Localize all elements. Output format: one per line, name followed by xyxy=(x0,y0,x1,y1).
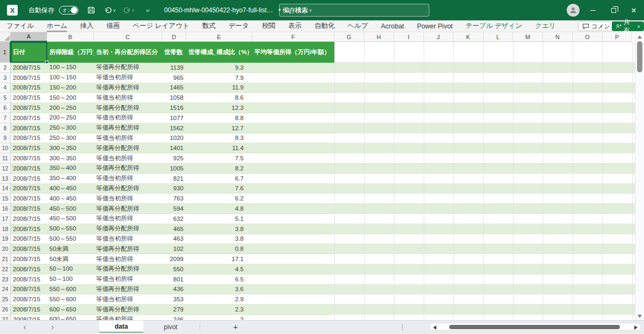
cell-B18[interactable]: 500～550 xyxy=(47,224,94,234)
row-header-5[interactable]: 5 xyxy=(0,93,11,103)
row-header-20[interactable]: 20 xyxy=(0,244,11,254)
cell-E8[interactable]: 12.7 xyxy=(186,123,252,133)
cell-D26[interactable]: 279 xyxy=(162,305,186,315)
cell-A17[interactable]: 2008/7/15 xyxy=(11,214,47,224)
cell-F15[interactable] xyxy=(252,194,334,204)
cell-F27[interactable] xyxy=(252,315,334,320)
ribbon-tab-4[interactable]: 描画 xyxy=(100,20,126,32)
cell-B19[interactable]: 500～550 xyxy=(47,234,94,244)
column-header-I[interactable]: I xyxy=(394,32,424,42)
table-header-cell-C1[interactable]: 当初・再分配所得区分 xyxy=(94,42,162,63)
cell-E9[interactable]: 8.3 xyxy=(186,133,252,144)
share-button[interactable]: 共有 ∨ xyxy=(612,21,644,31)
cell-F26[interactable] xyxy=(252,305,334,315)
column-header-L[interactable]: L xyxy=(484,32,514,42)
cell-D12[interactable]: 1005 xyxy=(162,164,186,174)
cell-F23[interactable] xyxy=(252,274,334,285)
cell-E6[interactable]: 12.3 xyxy=(186,103,252,113)
redo-button[interactable]: ∨ xyxy=(123,4,135,16)
cell-F17[interactable] xyxy=(252,214,334,224)
column-header-A[interactable]: A xyxy=(11,32,47,42)
cell-F14[interactable] xyxy=(252,184,334,194)
empty-cells[interactable] xyxy=(334,63,635,320)
cell-E26[interactable]: 2.3 xyxy=(186,305,252,315)
cell-A21[interactable]: 2008/7/15 xyxy=(11,254,47,264)
ribbon-tab-3[interactable]: 挿入 xyxy=(74,20,100,32)
cell-D7[interactable]: 1077 xyxy=(162,113,186,123)
row-header-10[interactable]: 10 xyxy=(0,143,11,153)
next-sheet-button[interactable]: › xyxy=(47,321,58,333)
table-header-cell-A1[interactable]: 日付 xyxy=(11,42,47,63)
column-header-E[interactable]: E xyxy=(186,32,252,42)
cell-D23[interactable]: 801 xyxy=(162,274,186,285)
cell-C19[interactable]: 等価当初所得 xyxy=(94,234,162,244)
cell-B5[interactable]: 150～200 xyxy=(47,93,94,103)
add-sheet-button[interactable]: + xyxy=(230,321,241,333)
column-header-C[interactable]: C xyxy=(94,32,162,42)
cell-F16[interactable] xyxy=(252,204,334,214)
cell-D21[interactable]: 2099 xyxy=(162,254,186,264)
vertical-scroll-thumb[interactable] xyxy=(637,41,642,72)
cell-B25[interactable]: 550～600 xyxy=(47,294,94,305)
cell-B22[interactable]: 50～100 xyxy=(47,264,94,274)
cell-C26[interactable]: 等価再分配所得 xyxy=(94,305,162,315)
cell-D19[interactable]: 463 xyxy=(162,234,186,244)
row-header-4[interactable]: 4 xyxy=(0,83,11,93)
ribbon-tab-10[interactable]: 自動化 xyxy=(308,20,341,32)
cell-F12[interactable] xyxy=(252,164,334,174)
cell-B8[interactable]: 250～300 xyxy=(47,123,94,133)
cell-E20[interactable]: 0.8 xyxy=(186,244,252,254)
cell-C24[interactable]: 等価再分配所得 xyxy=(94,285,162,295)
row-header-23[interactable]: 23 xyxy=(0,274,11,285)
cell-C16[interactable]: 等価再分配所得 xyxy=(94,204,162,214)
cell-E18[interactable]: 3.8 xyxy=(186,224,252,234)
cell-F10[interactable] xyxy=(252,143,334,153)
cell-C23[interactable]: 等価当初所得 xyxy=(94,274,162,285)
cell-A27[interactable]: 2008/7/15 xyxy=(11,315,47,320)
table-header-cell-E1[interactable]: 世帯構成_構成比（%） xyxy=(186,42,252,63)
cell-A14[interactable]: 2008/7/15 xyxy=(11,184,47,194)
cell-A10[interactable]: 2008/7/15 xyxy=(11,143,47,153)
cell-C14[interactable]: 等価再分配所得 xyxy=(94,184,162,194)
cell-B20[interactable]: 50未満 xyxy=(47,244,94,254)
cell-A9[interactable]: 2008/7/15 xyxy=(11,133,47,144)
cell-E2[interactable]: 9.3 xyxy=(186,63,252,73)
cell-E13[interactable]: 6.7 xyxy=(186,174,252,184)
row-header-9[interactable]: 9 xyxy=(0,133,11,144)
scroll-down-icon[interactable] xyxy=(638,315,642,318)
document-title[interactable]: 00450-mhlw-00450422-hyo7-full-list… xyxy=(164,6,273,14)
row-header-2[interactable]: 2 xyxy=(0,63,11,73)
cell-B26[interactable]: 600～650 xyxy=(47,305,94,315)
close-button[interactable]: ✕ xyxy=(624,0,644,20)
column-header-J[interactable]: J xyxy=(424,32,454,42)
cell-C11[interactable]: 等価当初所得 xyxy=(94,153,162,164)
scroll-right-icon[interactable] xyxy=(634,325,638,330)
cell-E10[interactable]: 11.4 xyxy=(186,143,252,153)
autosave-toggle[interactable]: オン xyxy=(59,6,78,14)
cell-C22[interactable]: 等価再分配所得 xyxy=(94,264,162,274)
row-header-17[interactable]: 17 xyxy=(0,214,11,224)
cell-D17[interactable]: 632 xyxy=(162,214,186,224)
cell-F7[interactable] xyxy=(252,113,334,123)
cell-E21[interactable]: 17.1 xyxy=(186,254,252,264)
cell-C10[interactable]: 等価再分配所得 xyxy=(94,143,162,153)
row-header-18[interactable]: 18 xyxy=(0,224,11,234)
scroll-left-icon[interactable] xyxy=(433,325,436,330)
horizontal-scrollbar[interactable] xyxy=(429,323,641,331)
cell-A16[interactable]: 2008/7/15 xyxy=(11,204,47,214)
cell-D10[interactable]: 1401 xyxy=(162,143,186,153)
undo-button[interactable]: ∨ xyxy=(104,4,116,16)
cell-F3[interactable] xyxy=(252,73,334,83)
cell-D18[interactable]: 465 xyxy=(162,224,186,234)
column-header-G[interactable]: G xyxy=(334,32,364,42)
qat-more-button[interactable]: ≂ xyxy=(142,4,153,16)
cell-B21[interactable]: 50未満 xyxy=(47,254,94,264)
cell-F24[interactable] xyxy=(252,285,334,295)
cell-D5[interactable]: 1058 xyxy=(162,93,186,103)
cell-C27[interactable]: 等価当初所得 xyxy=(94,315,162,320)
cell-B7[interactable]: 200～250 xyxy=(47,113,94,123)
cell-B15[interactable]: 400～450 xyxy=(47,194,94,204)
cell-B3[interactable]: 100～150 xyxy=(47,73,94,83)
cell-B27[interactable]: 600～650 xyxy=(47,315,94,320)
column-header-N[interactable]: N xyxy=(543,32,573,42)
